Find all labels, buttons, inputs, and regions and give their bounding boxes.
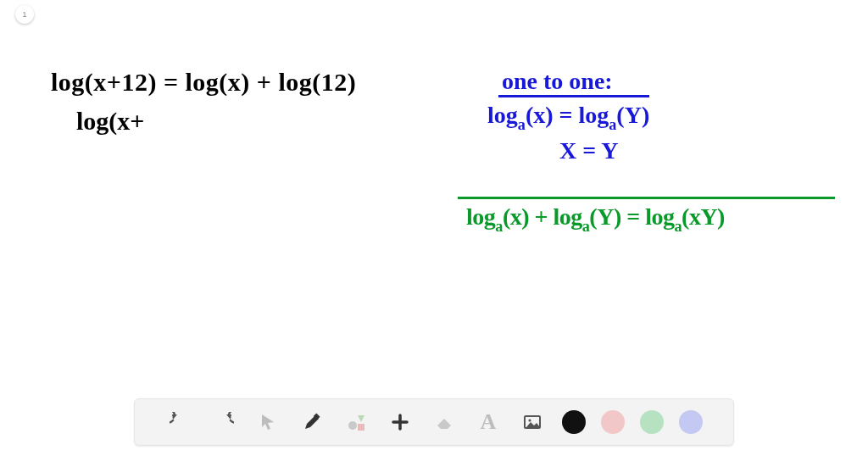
pointer-icon bbox=[258, 412, 278, 432]
divider-stroke bbox=[458, 197, 835, 199]
eraser-icon bbox=[434, 412, 454, 432]
add-button[interactable] bbox=[386, 408, 415, 437]
image-tool-button[interactable] bbox=[518, 408, 547, 437]
redo-button[interactable] bbox=[209, 408, 238, 437]
shapes-tool-button[interactable] bbox=[342, 408, 370, 437]
text-tool-icon: A bbox=[481, 409, 497, 435]
svg-point-4 bbox=[528, 419, 531, 421]
note-eq-loga-x-eq-loga-y: loga(x) = loga(Y) bbox=[487, 102, 649, 133]
color-swatch-black[interactable] bbox=[562, 410, 586, 434]
note-eq-log-sum-rule: loga(x) + loga(Y) = loga(xY) bbox=[466, 203, 725, 235]
note-heading-one-to-one: one to one: bbox=[502, 68, 613, 95]
svg-rect-2 bbox=[358, 424, 364, 431]
note-eq-x-eq-y: X = Y bbox=[559, 137, 618, 164]
pen-icon bbox=[302, 412, 322, 432]
plus-icon bbox=[390, 412, 410, 432]
color-swatch-green[interactable] bbox=[640, 410, 664, 434]
equation-line-1: log(x+12) = log(x) + log(12) bbox=[51, 68, 356, 97]
undo-button[interactable] bbox=[165, 408, 194, 437]
underline-stroke bbox=[498, 95, 649, 97]
pointer-tool-button[interactable] bbox=[253, 408, 282, 437]
text-tool-button[interactable]: A bbox=[474, 408, 503, 437]
whiteboard-canvas[interactable]: 1 log(x+12) = log(x) + log(12) log(x+ on… bbox=[0, 0, 868, 456]
drawing-toolbar: A bbox=[134, 398, 734, 446]
shapes-icon bbox=[346, 412, 366, 432]
color-swatch-blue[interactable] bbox=[679, 410, 703, 434]
equation-line-2: log(x+ bbox=[76, 107, 144, 136]
redo-icon bbox=[214, 412, 234, 432]
image-icon bbox=[522, 412, 542, 432]
page-number-badge: 1 bbox=[15, 5, 34, 24]
undo-icon bbox=[170, 412, 190, 432]
pen-tool-button[interactable] bbox=[298, 408, 326, 437]
color-swatch-red[interactable] bbox=[601, 410, 625, 434]
svg-point-1 bbox=[348, 421, 357, 430]
eraser-tool-button[interactable] bbox=[430, 408, 459, 437]
